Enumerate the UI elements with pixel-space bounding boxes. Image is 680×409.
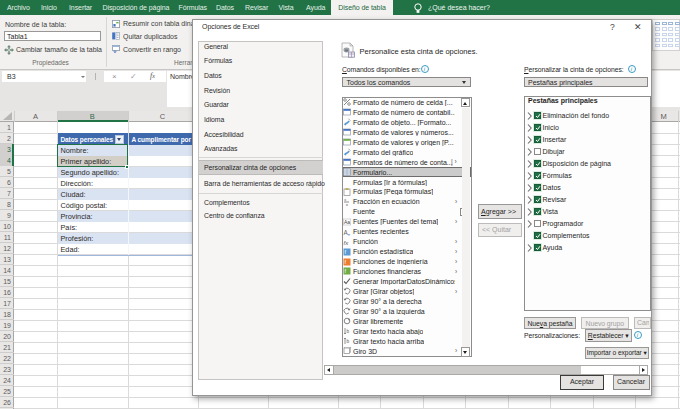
svg-text:b: b [347,339,350,344]
svg-text:b: b [347,329,350,334]
svg-text:fx: fx [344,239,350,245]
svg-text:Aa: Aa [344,219,350,225]
svg-text:A: A [344,228,349,235]
svg-text:y: y [346,202,348,205]
